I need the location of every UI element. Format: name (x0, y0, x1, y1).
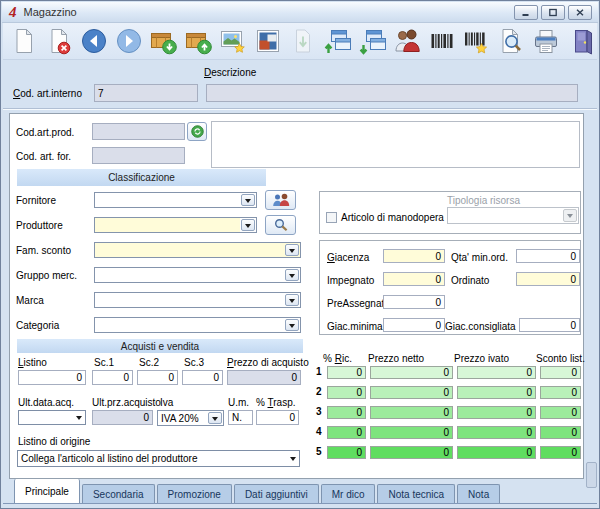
combo-value: IVA 20% (158, 413, 207, 424)
load-article-button[interactable] (147, 25, 180, 58)
edit-image-button[interactable] (251, 25, 284, 58)
sc1-label: Sc.1 (94, 357, 114, 369)
fornitore-combo[interactable] (94, 192, 257, 208)
giac-consigliata-label: Giac.consigliata (445, 321, 516, 333)
ric-field-5[interactable]: 0 (327, 446, 366, 459)
listino-field[interactable]: 0 (18, 370, 86, 385)
ric-field-2[interactable]: 0 (327, 386, 366, 399)
sc2-field[interactable]: 0 (137, 370, 178, 385)
cod-art-for-field (92, 147, 185, 164)
import-document-icon (289, 27, 317, 55)
classificazione-header: Classificazione (17, 169, 266, 186)
iva-combo[interactable]: IVA 20% (157, 410, 224, 426)
send-back-button[interactable] (356, 25, 389, 58)
um-field[interactable]: N. (228, 410, 253, 425)
previous-record-button[interactable] (78, 25, 111, 58)
chevron-down-icon[interactable] (241, 219, 255, 231)
next-record-button[interactable] (112, 25, 145, 58)
delete-document-button[interactable] (43, 25, 76, 58)
unload-article-button[interactable] (182, 25, 215, 58)
produttore-label: Produttore (16, 220, 63, 232)
customers-button[interactable] (390, 25, 423, 58)
new-barcode-button[interactable] (460, 25, 493, 58)
categoria-combo[interactable] (94, 317, 301, 333)
minimize-button[interactable] (514, 5, 538, 20)
listino-origine-combo[interactable]: Collega l'articolo al listino del produt… (17, 450, 300, 467)
tab-nota[interactable]: Nota (457, 484, 500, 503)
chevron-down-icon[interactable] (241, 194, 255, 206)
title-bar: 4 Magazzino (2, 2, 598, 23)
impegnato-field[interactable]: 0 (383, 272, 445, 286)
sync-code-button[interactable] (187, 122, 207, 141)
prezzo-ivato-field-5[interactable]: 0 (457, 446, 536, 459)
tab-nota-tecnica[interactable]: Nota tecnica (377, 484, 455, 503)
fam-sconto-combo[interactable] (94, 242, 301, 258)
tab-dati-aggiuntivi[interactable]: Dati aggiuntivi (234, 484, 319, 503)
giac-minima-field[interactable]: 0 (383, 318, 445, 332)
gruppo-merc-combo[interactable] (94, 267, 301, 283)
import-document-button (286, 25, 319, 58)
close-button[interactable] (568, 5, 592, 20)
giac-minima-label: Giac.minima (327, 321, 383, 333)
bring-forward-button[interactable] (321, 25, 354, 58)
chevron-down-icon (563, 209, 577, 222)
prezzo-netto-field-4[interactable]: 0 (370, 426, 453, 439)
tab-promozione[interactable]: Promozione (157, 484, 232, 503)
prezzo-netto-field-3[interactable]: 0 (370, 406, 453, 419)
prezzo-ivato-field-2[interactable]: 0 (457, 386, 536, 399)
barcode-button[interactable] (425, 25, 458, 58)
preassegnato-field[interactable]: 0 (383, 295, 445, 309)
tab-principale[interactable]: Principale (14, 479, 80, 503)
produttore-combo[interactable] (94, 217, 257, 233)
maximize-button[interactable] (541, 5, 565, 20)
ult-data-acq-combo[interactable] (18, 410, 86, 425)
tab-mr-dico[interactable]: Mr dico (321, 484, 376, 503)
price-row-number: 4 (316, 426, 322, 437)
description-textarea[interactable] (211, 121, 580, 168)
manodopera-checkbox[interactable] (326, 212, 337, 223)
chevron-down-icon[interactable] (285, 294, 299, 306)
chevron-down-icon[interactable] (72, 411, 85, 424)
sconto-field-4[interactable]: 0 (540, 426, 581, 439)
giacenza-field[interactable]: 0 (383, 249, 445, 263)
ric-field-3[interactable]: 0 (327, 406, 366, 419)
fam-sconto-label: Fam. sconto (16, 245, 71, 257)
print-button[interactable] (529, 25, 562, 58)
prezzo-netto-field-1[interactable]: 0 (370, 366, 453, 379)
tab-secondaria[interactable]: Secondaria (82, 484, 155, 503)
resize-grip (586, 462, 597, 488)
new-image-button[interactable] (217, 25, 250, 58)
prezzo-ivato-field-4[interactable]: 0 (457, 426, 536, 439)
prezzo-ivato-field-3[interactable]: 0 (457, 406, 536, 419)
delete-document-icon (45, 27, 73, 55)
new-document-button[interactable] (8, 25, 41, 58)
chevron-down-icon[interactable] (208, 412, 222, 424)
chevron-down-icon[interactable] (286, 451, 299, 466)
sconto-field-1[interactable]: 0 (540, 366, 581, 379)
sc3-label: Sc.3 (184, 357, 204, 369)
marca-combo[interactable] (94, 292, 301, 308)
sconto-field-3[interactable]: 0 (540, 406, 581, 419)
ric-field-1[interactable]: 0 (327, 366, 366, 379)
chevron-down-icon[interactable] (285, 244, 299, 256)
giac-consigliata-field[interactable]: 0 (519, 318, 580, 332)
trasp-field[interactable]: 0 (256, 410, 299, 425)
print-icon (532, 27, 560, 55)
sc3-field[interactable]: 0 (182, 370, 223, 385)
chevron-down-icon[interactable] (285, 319, 299, 331)
prezzo-netto-field-2[interactable]: 0 (370, 386, 453, 399)
produttore-search-button[interactable] (265, 215, 296, 235)
sconto-field-5[interactable]: 0 (540, 446, 581, 459)
qta-min-ord-field[interactable]: 0 (516, 249, 580, 263)
chevron-down-icon[interactable] (285, 269, 299, 281)
sc1-field[interactable]: 0 (92, 370, 133, 385)
prezzo-ivato-field-1[interactable]: 0 (457, 366, 536, 379)
fornitore-lookup-button[interactable] (265, 190, 296, 210)
prezzo-netto-field-5[interactable]: 0 (370, 446, 453, 459)
sconto-field-2[interactable]: 0 (540, 386, 581, 399)
cod-art-for-label: Cod. art. for. (16, 151, 71, 163)
ordinato-field[interactable]: 0 (516, 272, 580, 286)
ric-field-4[interactable]: 0 (327, 426, 366, 439)
print-preview-button[interactable] (495, 25, 528, 58)
exit-button[interactable] (564, 25, 597, 58)
